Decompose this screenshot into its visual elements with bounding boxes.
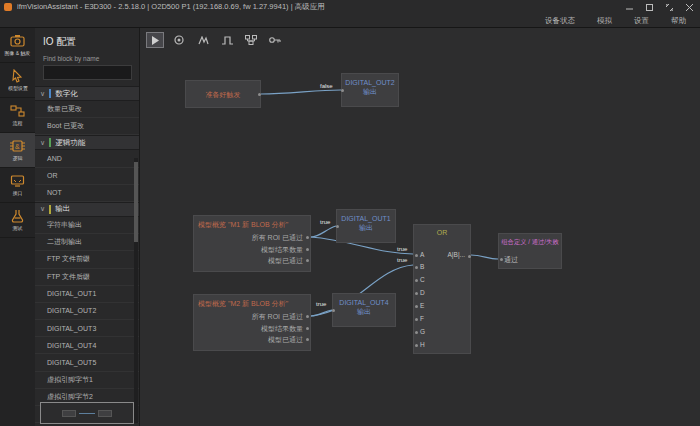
wire-label-true: true <box>320 219 330 225</box>
node-model-m1[interactable]: 模型概览 "M1 新 BLOB 分析" 所有 ROI 已通过 模型结果数量 模型… <box>193 215 311 272</box>
nav-item-model-setup[interactable]: 模型设置 <box>0 63 35 98</box>
node-digital-out1[interactable]: DIGITAL_OUT1 输出 <box>336 209 396 243</box>
nav-item-flow[interactable]: 流程 <box>0 98 35 133</box>
output-port[interactable] <box>306 259 309 262</box>
minimize-button[interactable] <box>624 3 634 12</box>
or-output-label: A|B|... <box>448 251 465 258</box>
nav-label: 测试 <box>13 225 23 231</box>
menu-help[interactable]: 帮助 <box>671 16 686 26</box>
input-port[interactable] <box>341 89 344 92</box>
node-combined-result[interactable]: 组合定义 / 通过/失败 通过 <box>498 233 562 269</box>
or-input-f: F <box>420 315 424 322</box>
section-header-digitization[interactable]: ∨ 数字化 <box>35 86 139 101</box>
svg-text:&: & <box>15 142 20 149</box>
logic-canvas[interactable]: false true true true true 准备好触发 DIGITAL_… <box>140 28 700 426</box>
io-config-panel: IO 配置 Find block by name ∨ 数字化 数量已更改 Boo… <box>35 28 140 426</box>
nav-item-image-trigger[interactable]: 图像 & 触发 <box>0 28 35 63</box>
nav-label: 模型设置 <box>8 85 28 91</box>
output-port[interactable] <box>306 338 309 341</box>
block-item-digital-out5[interactable]: DIGITAL_OUT5 <box>35 354 139 371</box>
block-item-not[interactable]: NOT <box>35 185 139 202</box>
play-icon <box>151 36 159 45</box>
block-item-ftp-suffix[interactable]: FTP 文件后缀 <box>35 269 139 286</box>
close-button[interactable] <box>684 3 694 12</box>
fit-view-icon <box>198 36 209 45</box>
block-item-string-output[interactable]: 字符串输出 <box>35 217 139 234</box>
block-item-binary-output[interactable]: 二进制输出 <box>35 234 139 251</box>
node-output-row: 模型已通过 <box>194 255 310 267</box>
or-input-b: B <box>420 263 424 270</box>
auto-layout-button[interactable] <box>242 32 260 48</box>
play-button[interactable] <box>146 32 164 48</box>
interface-icon <box>10 174 25 188</box>
chevron-down-icon: ∨ <box>40 205 45 213</box>
node-model-m2[interactable]: 模型概览 "M2 新 BLOB 分析" 所有 ROI 已通过 模型结果数量 模型… <box>193 294 311 351</box>
node-title: 准备好触发 <box>186 81 260 99</box>
block-item-digital-out2[interactable]: DIGITAL_OUT2 <box>35 303 139 320</box>
key-button[interactable] <box>266 32 284 48</box>
block-item-ftp-prefix[interactable]: FTP 文件前缀 <box>35 251 139 268</box>
block-item-virtual-pin-byte1[interactable]: 虚拟引脚字节1 <box>35 372 139 389</box>
node-output-row: 所有 ROI 已通过 <box>194 311 310 323</box>
node-digital-out4[interactable]: DIGITAL_OUT4 输出 <box>332 293 396 327</box>
node-or[interactable]: OR A B C D E F G H A|B|... <box>413 224 471 354</box>
nav-rail: 图像 & 触发 模型设置 流程 & 逻辑 接口 <box>0 28 35 426</box>
node-title: DIGITAL_OUT4 <box>333 298 395 307</box>
nav-label: 图像 & 触发 <box>5 50 31 56</box>
output-port[interactable] <box>258 93 261 96</box>
output-port[interactable] <box>306 315 309 318</box>
fullscreen-button[interactable] <box>664 3 674 12</box>
nav-item-test[interactable]: 测试 <box>0 203 35 238</box>
block-item-or[interactable]: OR <box>35 168 139 185</box>
section-label: 逻辑功能 <box>55 138 85 148</box>
preview-mini-node <box>98 410 112 417</box>
block-item-digital-out4[interactable]: DIGITAL_OUT4 <box>35 337 139 354</box>
block-item-digital-out3[interactable]: DIGITAL_OUT3 <box>35 320 139 337</box>
menu-simulation[interactable]: 模拟 <box>597 16 612 26</box>
wire-label-true: true <box>316 301 326 307</box>
test-flask-icon <box>10 209 25 223</box>
block-item-digital-out1[interactable]: DIGITAL_OUT1 <box>35 286 139 303</box>
camera-icon <box>10 34 25 48</box>
node-digital-out2[interactable]: DIGITAL_OUT2 输出 <box>341 73 399 107</box>
menu-device-status[interactable]: 设备状态 <box>545 16 575 26</box>
node-output-row: 模型结果数量 <box>194 323 310 335</box>
output-port[interactable] <box>306 327 309 330</box>
snapshot-button[interactable] <box>170 32 188 48</box>
titlebar: ifmVisionAssistant - E3D300 - 2.5.18.0 |… <box>0 0 700 14</box>
node-input-row: 通过 <box>504 255 518 265</box>
node-subtitle: 输出 <box>337 223 395 232</box>
block-item-and[interactable]: AND <box>35 150 139 167</box>
output-port[interactable] <box>306 248 309 251</box>
restore-button[interactable] <box>644 3 654 12</box>
node-subtitle: 输出 <box>342 87 398 96</box>
node-title: OR <box>414 225 470 236</box>
node-output-row: 所有 ROI 已通过 <box>194 232 310 244</box>
section-header-output[interactable]: ∨ 输出 <box>35 202 139 217</box>
pulse-button[interactable] <box>218 32 236 48</box>
block-item-boot-changed[interactable]: Boot 已更改 <box>35 118 139 135</box>
node-trigger-ready[interactable]: 准备好触发 <box>185 80 261 108</box>
menu-settings[interactable]: 设置 <box>634 16 649 26</box>
section-color-bar <box>49 138 51 147</box>
node-title: 组合定义 / 通过/失败 <box>499 234 561 247</box>
output-port[interactable] <box>468 255 471 258</box>
block-search-input[interactable] <box>43 65 132 80</box>
node-title: 模型概览 "M2 新 BLOB 分析" <box>194 295 310 311</box>
section-header-logic-functions[interactable]: ∨ 逻辑功能 <box>35 135 139 150</box>
node-title: 模型概览 "M1 新 BLOB 分析" <box>194 216 310 232</box>
search-label: Find block by name <box>35 53 139 65</box>
panel-scrollbar[interactable] <box>134 158 138 423</box>
nav-item-logic[interactable]: & 逻辑 <box>0 133 35 168</box>
or-input-h: H <box>420 341 425 348</box>
input-port[interactable] <box>336 225 339 228</box>
node-title: DIGITAL_OUT2 <box>342 78 398 87</box>
nav-label: 逻辑 <box>13 155 23 161</box>
nav-item-interfaces[interactable]: 接口 <box>0 168 35 203</box>
input-port[interactable] <box>332 309 335 312</box>
fit-view-button[interactable] <box>194 32 212 48</box>
block-item-count-changed[interactable]: 数量已更改 <box>35 101 139 118</box>
output-port[interactable] <box>306 236 309 239</box>
input-port[interactable] <box>500 258 503 261</box>
panel-scrollbar-thumb[interactable] <box>134 162 138 242</box>
